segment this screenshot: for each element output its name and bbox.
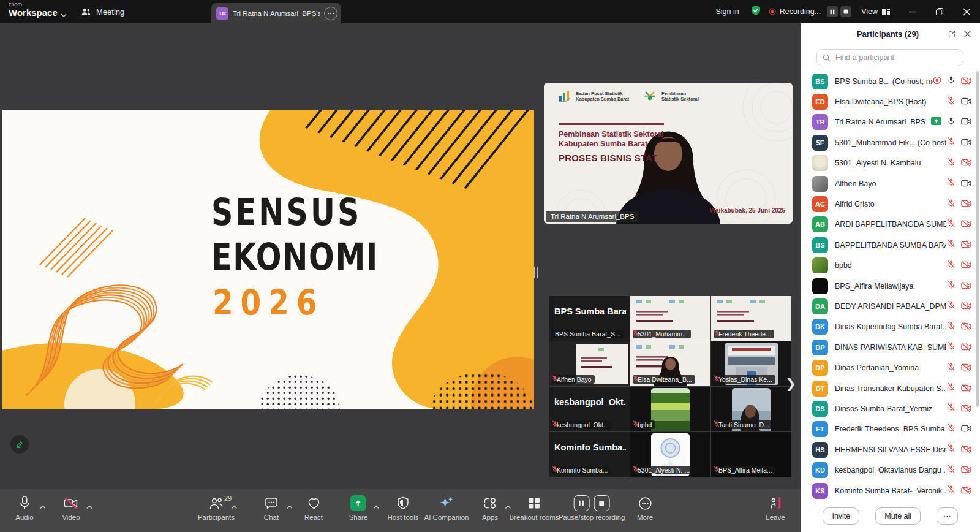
participant-row[interactable]: DPDINAS PARIWISATA KAB. SUMB...	[801, 337, 980, 357]
participant-row[interactable]: TRTri Ratna N Arumsari_BPS	[801, 112, 980, 132]
gallery-video-tile[interactable]: Kominfo Sumba...Kominfo Sumba...	[549, 432, 630, 477]
participant-name: BPS_Alfira Meilawijaya	[835, 282, 946, 291]
participants-options-caret[interactable]	[231, 501, 238, 512]
sign-in-button[interactable]: Sign in	[715, 7, 739, 16]
tab-shared-screen[interactable]: TR Tri Ratna N Arumsari_BPS's screen	[211, 3, 341, 23]
leave-icon	[766, 495, 785, 512]
participant-mic-icon	[947, 465, 956, 476]
participant-avatar: DP	[812, 340, 828, 355]
gallery-video-tile[interactable]: kesbangpol_Okt...kesbangpol_Okt...	[549, 387, 630, 431]
gallery-tile-name-tag: kesbangpol_Okt...	[552, 420, 612, 429]
gallery-video-tile[interactable]: 5301_Muhamm...	[630, 296, 710, 341]
share-label: Share	[349, 514, 368, 521]
mute-all-button[interactable]: Mute all	[875, 507, 921, 525]
participant-row[interactable]: FTFrederik Theedens_BPS Sumba ...	[801, 419, 980, 439]
toolbar-host-tools-button[interactable]: Host tools	[387, 495, 418, 521]
participant-row[interactable]: ACAlfrid Cristo	[801, 194, 980, 214]
toolbar-leave-button[interactable]: Leave	[766, 495, 785, 521]
participants-more-button[interactable]: ···	[937, 507, 958, 525]
share-tab-more-icon[interactable]	[324, 7, 337, 20]
minimize-button[interactable]	[899, 0, 926, 23]
participant-search-box	[816, 49, 963, 66]
view-button[interactable]: View	[861, 7, 891, 16]
more-label: More	[637, 514, 653, 521]
tab-meeting[interactable]: Meeting	[81, 0, 124, 23]
participant-recording-icon	[933, 76, 941, 87]
workspace-chevron-down-icon[interactable]	[60, 9, 67, 20]
toolbar-audio-button[interactable]: Audio	[15, 495, 33, 521]
toolbar-share-button[interactable]: Share	[349, 495, 368, 521]
gallery-video-tile[interactable]: 5301_Alyesti N. ...	[630, 432, 710, 477]
participant-camera-icon	[961, 137, 971, 148]
gallery-tile-big-name: Kominfo Sumba...	[554, 443, 626, 452]
participant-status-icons	[947, 137, 971, 148]
toolbar-react-button[interactable]: React	[304, 495, 323, 521]
gallery-video-tile[interactable]: bpbd	[630, 387, 710, 431]
participant-row[interactable]: BPS_Alfira Meilawijaya	[801, 276, 980, 296]
share-options-caret[interactable]	[373, 501, 380, 512]
panel-resize-handle[interactable]	[534, 267, 538, 278]
toolbar-recording-controls-button[interactable]: Pause/stop recording	[559, 495, 625, 521]
security-shield-icon[interactable]	[750, 5, 761, 18]
gallery-video-tile[interactable]: Tanti Sinamo_D...	[711, 387, 791, 431]
participant-mic-icon	[947, 444, 956, 455]
close-panel-icon[interactable]	[959, 26, 975, 42]
pause-recording-toolbar-button[interactable]	[574, 495, 590, 511]
participant-status-icons	[947, 341, 971, 353]
participant-row[interactable]: ABARDI BAPPELITBANGDA SUMBA...	[801, 215, 980, 235]
participant-row[interactable]: Alfhen Bayo	[801, 173, 980, 194]
audio-options-caret[interactable]	[39, 501, 46, 512]
gallery-video-tile[interactable]: Alfhen Bayo	[549, 341, 630, 386]
gallery-next-page-chevron[interactable]: ❯	[784, 375, 797, 392]
stop-recording-button[interactable]	[840, 6, 851, 17]
apps-label: Apps	[482, 514, 498, 521]
participant-status-icons	[947, 280, 971, 292]
presenter-video-tile[interactable]: Badan Pusat Statistik Kabupaten Sumba Ba…	[544, 83, 793, 224]
stop-recording-toolbar-button[interactable]	[594, 495, 610, 511]
participant-camera-icon	[961, 76, 971, 87]
participant-row[interactable]: BSBPS Sumba B... (Co-host, me)	[801, 71, 980, 91]
participant-name: Alfhen Bayo	[835, 180, 946, 188]
popout-panel-icon[interactable]	[943, 26, 959, 42]
participants-scrollbar[interactable]	[976, 71, 979, 407]
participant-mic-icon	[947, 239, 956, 251]
slide-year: 2026	[213, 283, 324, 323]
participant-row[interactable]: DSDinsos Sumba Barat_Yermiz	[801, 398, 980, 419]
participant-row[interactable]: 5F5301_Muhammad Fik... (Co-host)	[801, 132, 980, 153]
participant-row[interactable]: EDElsa Dwiteana_BPS (Host)	[801, 91, 980, 112]
invite-button[interactable]: Invite	[823, 507, 859, 525]
toolbar-ai-companion-button[interactable]: AI Companion	[424, 495, 469, 521]
chat-options-caret[interactable]	[286, 501, 293, 512]
participant-row[interactable]: BSBAPPELITBANDA SUMBA BARAT	[801, 235, 980, 255]
participant-row[interactable]: KDkesbangpol_Oktavianus Dangu ...	[801, 460, 980, 480]
annotate-button[interactable]	[10, 435, 29, 454]
restore-button[interactable]	[926, 0, 953, 23]
toolbar-more-button[interactable]: More	[637, 495, 653, 521]
participant-status-icons	[947, 444, 971, 455]
gallery-video-tile[interactable]: Elsa Dwiteana_B...	[630, 341, 710, 386]
participant-row[interactable]: DPDinas Pertanian_Yomina	[801, 357, 980, 378]
gallery-video-tile[interactable]: Yosias_Dinas Ke...	[711, 341, 791, 386]
participant-row[interactable]: DADEDY ARISANDI PABALA_DPMD...	[801, 296, 980, 316]
participant-mic-icon	[947, 199, 956, 210]
pause-recording-button[interactable]	[827, 6, 838, 17]
search-input[interactable]	[834, 53, 957, 63]
toolbar-breakout-rooms-button[interactable]: Breakout rooms	[509, 495, 559, 521]
toolbar-video-button[interactable]: Video	[62, 495, 80, 521]
toolbar-chat-button[interactable]: Chat	[264, 495, 279, 521]
participant-row[interactable]: bpbd	[801, 256, 980, 276]
participant-row[interactable]: DTDinas Transnaker Kabupaten S...	[801, 378, 980, 398]
participant-row[interactable]: KSKominfo Sumba Barat-_Veronik...	[801, 481, 980, 501]
close-window-button[interactable]	[953, 0, 980, 23]
participant-name: Frederik Theedens_BPS Sumba ...	[835, 425, 946, 433]
participant-status-icons	[947, 362, 971, 374]
participant-row[interactable]: HSHERMENSI SILVANA ESSE,Disna...	[801, 439, 980, 460]
gallery-video-tile[interactable]: Frederik Theede...	[711, 296, 791, 341]
toolbar-participants-button[interactable]: Participants29	[198, 495, 235, 521]
gallery-video-tile[interactable]: BPS_Alfira Meila...	[711, 432, 791, 477]
gallery-video-tile[interactable]: BPS Sumba Bara...BPS Sumba Barat_S...	[549, 296, 630, 341]
toolbar-apps-button[interactable]: Apps	[482, 495, 498, 521]
participant-row[interactable]: 5301_Alyesti N. Kambalu	[801, 153, 980, 173]
participant-row[interactable]: DKDinas Koperindag Sumba Barat...	[801, 317, 980, 337]
video-options-caret[interactable]	[86, 501, 92, 512]
